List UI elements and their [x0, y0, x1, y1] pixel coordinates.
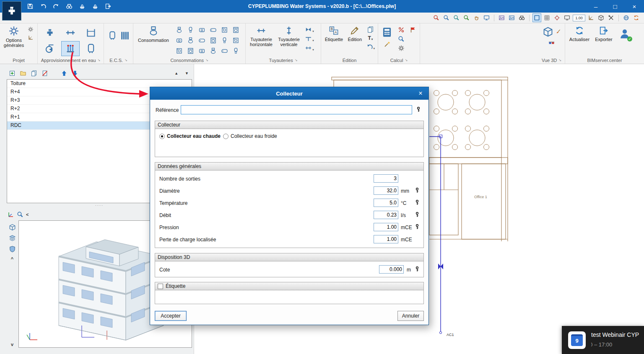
- find-text-icon[interactable]: [517, 13, 526, 22]
- exporter-button[interactable]: Exporter: [592, 25, 615, 43]
- fixture-washer-icon[interactable]: [231, 26, 241, 34]
- boiler-group-button[interactable]: [82, 41, 100, 56]
- zoom-window-icon[interactable]: [442, 13, 451, 22]
- flag-check-button[interactable]: [410, 26, 416, 33]
- fixture-shower-icon[interactable]: [220, 26, 230, 34]
- redo-icon[interactable]: [51, 2, 61, 11]
- close-button[interactable]: ×: [625, 0, 644, 13]
- fixture-bath-icon[interactable]: [208, 26, 218, 34]
- delete-floor-button[interactable]: [40, 69, 49, 78]
- edition-button[interactable]: Édition: [345, 25, 365, 50]
- vue-3d-button[interactable]: [543, 26, 553, 37]
- pression-input[interactable]: [374, 223, 398, 231]
- coordinate-axes-button[interactable]: [8, 211, 14, 218]
- group-launcher-icon[interactable]: ↘: [98, 59, 101, 62]
- screen-reference-icon[interactable]: [563, 13, 571, 22]
- group-launcher-icon[interactable]: ↘: [405, 59, 408, 62]
- print-preview-icon[interactable]: [90, 2, 100, 11]
- undo-icon[interactable]: [38, 2, 48, 11]
- layers-3d-button[interactable]: [9, 235, 16, 242]
- save-icon[interactable]: [25, 2, 35, 11]
- etiquette-checkbox[interactable]: [158, 284, 163, 289]
- text-tool-button[interactable]: T▾: [368, 35, 373, 41]
- fixture-wc-icon[interactable]: [186, 36, 196, 45]
- dialog-close-button[interactable]: ×: [415, 89, 426, 98]
- web-globe-icon[interactable]: [622, 13, 631, 22]
- collapse-panel-button[interactable]: <: [26, 212, 29, 217]
- import-floor-button[interactable]: [18, 69, 28, 78]
- pump-button[interactable]: [41, 41, 59, 56]
- group-launcher-icon[interactable]: ↘: [295, 59, 298, 62]
- temperature-input[interactable]: [374, 199, 398, 207]
- etiquette-button[interactable]: Étiquette: [323, 25, 345, 50]
- calculate-button[interactable]: [381, 26, 393, 38]
- fixture-urinal-icon[interactable]: [220, 36, 230, 45]
- zoom-3d-button[interactable]: [17, 211, 23, 218]
- key-lock-icon[interactable]: [414, 187, 420, 194]
- key-lock-icon[interactable]: [414, 199, 420, 206]
- sort-up-button[interactable]: ▲: [174, 71, 178, 75]
- sync-addon-icon[interactable]: [632, 13, 641, 22]
- fixture-shower-icon[interactable]: [174, 47, 184, 55]
- fixture-bath-icon[interactable]: [220, 47, 230, 55]
- tank-button[interactable]: [82, 25, 100, 40]
- pipe-tee-button[interactable]: ▾: [305, 35, 314, 42]
- key-lock-icon[interactable]: [414, 212, 420, 218]
- views-image-icon[interactable]: [507, 13, 516, 22]
- pipe-accessory-button[interactable]: ▾: [305, 44, 314, 52]
- radio-eau-chaude[interactable]: Collecteur eau chaude: [159, 133, 221, 139]
- reference-key-lock-icon[interactable]: [415, 106, 421, 113]
- fixture-wc-icon[interactable]: [208, 47, 218, 55]
- group-launcher-icon[interactable]: ↘: [205, 59, 208, 62]
- copy-properties-button[interactable]: [367, 26, 374, 33]
- calc-options-button[interactable]: [398, 45, 405, 52]
- zoom-refresh-icon[interactable]: [432, 13, 441, 22]
- check-valve-button[interactable]: ▾: [305, 26, 314, 33]
- fixture-urinal-icon[interactable]: [231, 47, 241, 55]
- supply-pipe-button[interactable]: [61, 25, 80, 40]
- fixture-shower-icon[interactable]: [231, 36, 241, 45]
- cote-input[interactable]: [379, 265, 404, 274]
- advanced-options-icon[interactable]: [28, 26, 34, 32]
- scroll-up-button[interactable]: ^: [11, 256, 13, 261]
- calendar-notification-toast[interactable]: 9 test Webinair CYP 16:00 – 17:00: [562, 326, 644, 354]
- rotate-button[interactable]: ▾: [366, 43, 375, 50]
- visibility-shield-button[interactable]: [9, 245, 16, 253]
- group-launcher-icon[interactable]: ↘: [125, 59, 127, 62]
- grid-toggle-icon[interactable]: [543, 13, 551, 22]
- measure-units-icon[interactable]: [28, 35, 34, 41]
- diametre-input[interactable]: [374, 186, 398, 195]
- wand-assign-button[interactable]: [384, 41, 391, 48]
- ecs-accumulator-button[interactable]: [107, 31, 117, 41]
- nombre-sorties-input[interactable]: [374, 174, 398, 183]
- fixture-sink-icon[interactable]: [197, 47, 207, 55]
- fixture-washer-icon[interactable]: [186, 47, 196, 55]
- minimize-button[interactable]: –: [586, 0, 605, 13]
- app-logo-faucet-icon[interactable]: [2, 1, 21, 21]
- view-cube-icon[interactable]: [597, 13, 605, 22]
- reference-input[interactable]: [181, 105, 412, 114]
- render-brush-button[interactable]: [555, 29, 561, 35]
- fixture-wc-icon[interactable]: [174, 26, 184, 34]
- perte-charge-input[interactable]: [374, 235, 398, 243]
- consommation-button[interactable]: Consommation: [135, 25, 172, 56]
- add-floor-button[interactable]: [8, 69, 17, 78]
- fixture-urinal-icon[interactable]: [186, 26, 196, 34]
- tuyauterie-verticale-button[interactable]: Tuyauterie verticale: [275, 25, 303, 52]
- supply-faucet-button[interactable]: [41, 25, 59, 40]
- glasses-3d-button[interactable]: [548, 40, 555, 47]
- move-down-button[interactable]: [70, 69, 80, 78]
- fixture-bath-icon[interactable]: [197, 36, 207, 45]
- key-lock-icon[interactable]: [414, 266, 420, 272]
- tuyauterie-horizontale-button[interactable]: Tuyauterie horizontale: [247, 25, 275, 52]
- collector-button[interactable]: [61, 41, 80, 56]
- percent-check-button[interactable]: [398, 26, 405, 33]
- etiquette-checkbox-row[interactable]: Étiquette: [155, 282, 424, 290]
- frame-toggle-icon[interactable]: [532, 13, 541, 22]
- dialog-title-bar[interactable]: Collecteur ×: [150, 87, 428, 100]
- debit-input[interactable]: [374, 211, 398, 219]
- zoom-previous-icon[interactable]: [452, 13, 461, 22]
- save-image-icon[interactable]: [497, 13, 506, 22]
- tools-icon[interactable]: [607, 13, 615, 22]
- maximize-button[interactable]: □: [605, 0, 625, 13]
